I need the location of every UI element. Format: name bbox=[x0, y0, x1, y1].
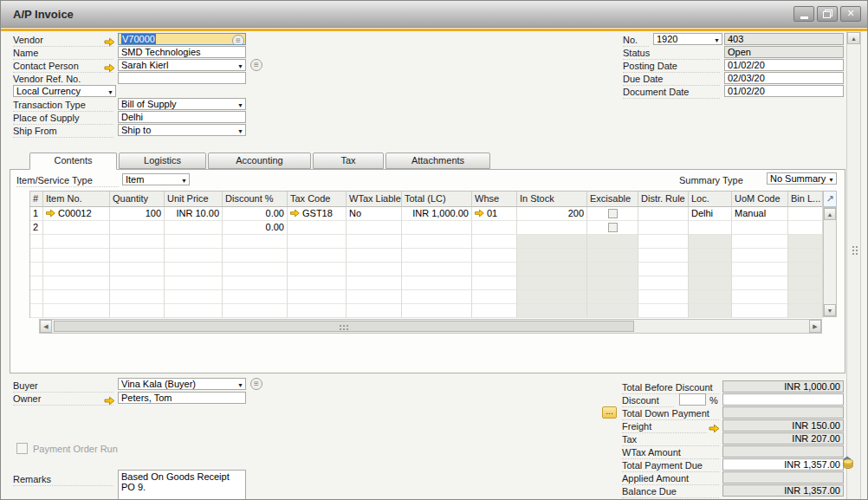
empty-cell[interactable] bbox=[638, 263, 689, 276]
empty-cell[interactable] bbox=[732, 304, 788, 318]
unit-price-cell[interactable] bbox=[165, 221, 223, 235]
empty-cell[interactable] bbox=[30, 249, 43, 263]
excisable-checkbox[interactable] bbox=[608, 223, 618, 232]
owner-field[interactable]: Peters, Tom bbox=[118, 392, 246, 404]
summary-type-dropdown[interactable]: No Summary ▼ bbox=[767, 172, 837, 185]
owner-link-arrow-icon[interactable] bbox=[104, 393, 115, 403]
empty-cell[interactable] bbox=[288, 290, 347, 304]
currency-dropdown[interactable]: Local Currency ▼ bbox=[13, 85, 116, 97]
item-service-type-dropdown[interactable]: Item ▼ bbox=[122, 173, 190, 185]
empty-cell[interactable] bbox=[402, 276, 472, 290]
col-header-quantity[interactable]: Quantity bbox=[110, 192, 165, 207]
empty-cell[interactable] bbox=[347, 263, 402, 276]
empty-cell[interactable] bbox=[165, 304, 223, 318]
empty-cell[interactable] bbox=[732, 290, 788, 304]
empty-cell[interactable] bbox=[288, 304, 347, 318]
excisable-cell[interactable] bbox=[587, 207, 638, 221]
tax-code-cell[interactable]: GST18 bbox=[288, 207, 347, 221]
empty-cell[interactable] bbox=[43, 304, 110, 318]
empty-cell[interactable] bbox=[223, 263, 288, 276]
empty-cell[interactable] bbox=[472, 304, 517, 318]
scrollbar-thumb[interactable] bbox=[54, 321, 634, 332]
row-num-cell[interactable]: 1 bbox=[30, 207, 43, 221]
total-payment-due-field[interactable]: INR 1,357.00 bbox=[722, 458, 844, 471]
posting-date-field[interactable]: 01/02/20 bbox=[724, 59, 844, 71]
empty-cell[interactable] bbox=[288, 263, 347, 276]
restore-button[interactable] bbox=[817, 6, 838, 22]
empty-cell[interactable] bbox=[110, 263, 165, 276]
buyer-choose-from-list-icon[interactable]: ≡ bbox=[250, 378, 262, 390]
empty-cell[interactable] bbox=[165, 276, 223, 290]
scroll-right-icon[interactable]: ▶ bbox=[809, 320, 821, 333]
transaction-type-dropdown[interactable]: Bill of Supply ▼ bbox=[118, 98, 246, 110]
empty-cell[interactable] bbox=[223, 235, 288, 249]
empty-cell[interactable] bbox=[472, 263, 517, 276]
empty-cell[interactable] bbox=[288, 235, 347, 249]
empty-cell[interactable] bbox=[638, 235, 689, 249]
empty-cell[interactable] bbox=[223, 290, 288, 304]
excisable-cell[interactable] bbox=[587, 221, 638, 235]
document-date-field[interactable]: 01/02/20 bbox=[724, 85, 844, 97]
empty-cell[interactable] bbox=[347, 276, 402, 290]
col-header-tax-code[interactable]: Tax Code bbox=[288, 192, 347, 207]
empty-cell[interactable] bbox=[223, 304, 288, 318]
contact-person-dropdown[interactable]: Sarah Kierl ▼ bbox=[118, 59, 246, 71]
empty-cell[interactable] bbox=[472, 249, 517, 263]
empty-cell[interactable] bbox=[43, 290, 110, 304]
empty-cell[interactable] bbox=[402, 249, 472, 263]
payment-means-coins-icon[interactable] bbox=[842, 456, 858, 473]
whse-cell[interactable]: 01 bbox=[472, 207, 517, 221]
empty-cell[interactable] bbox=[223, 276, 288, 290]
table-expand-button[interactable]: ↗ bbox=[823, 191, 837, 207]
scroll-up-icon[interactable]: ▲ bbox=[847, 32, 860, 44]
scroll-down-icon[interactable]: ▼ bbox=[824, 304, 836, 316]
discount-percent-field[interactable] bbox=[679, 393, 706, 406]
empty-cell[interactable] bbox=[402, 304, 472, 318]
whse-link-arrow-icon[interactable] bbox=[475, 208, 484, 221]
window-scrollbar[interactable]: ▲ bbox=[846, 31, 861, 499]
buyer-dropdown[interactable]: Vina Kala (Buyer) ▼ bbox=[118, 378, 246, 390]
excisable-checkbox[interactable] bbox=[608, 209, 618, 218]
tab-attachments[interactable]: Attachments bbox=[385, 153, 490, 169]
ship-from-dropdown[interactable]: Ship to ▼ bbox=[118, 124, 246, 136]
place-of-supply-field[interactable]: Delhi bbox=[118, 111, 246, 123]
payment-order-run-checkbox[interactable] bbox=[16, 443, 28, 454]
empty-cell[interactable] bbox=[402, 235, 472, 249]
empty-cell[interactable] bbox=[165, 263, 223, 276]
uom-code-cell[interactable] bbox=[732, 221, 788, 235]
vendor-link-arrow-icon[interactable] bbox=[104, 35, 115, 44]
col-header-wtax-liable[interactable]: WTax Liable bbox=[347, 192, 402, 207]
tax-code-link-arrow-icon[interactable] bbox=[290, 208, 300, 221]
total-lc-cell[interactable] bbox=[402, 221, 472, 235]
contact-link-arrow-icon[interactable] bbox=[104, 61, 115, 70]
empty-cell[interactable] bbox=[288, 276, 347, 290]
wtax-liable-cell[interactable] bbox=[347, 221, 402, 235]
col-header-excisable[interactable]: Excisable bbox=[587, 192, 638, 207]
scroll-up-icon[interactable]: ▲ bbox=[824, 208, 836, 220]
tab-accounting[interactable]: Accounting bbox=[208, 153, 311, 169]
col-header-uom-code[interactable]: UoM Code bbox=[732, 192, 788, 207]
empty-cell[interactable] bbox=[30, 276, 43, 290]
empty-cell[interactable] bbox=[110, 304, 165, 318]
col-header-in-stock[interactable]: In Stock bbox=[517, 192, 587, 207]
empty-cell[interactable] bbox=[402, 263, 472, 276]
empty-cell[interactable] bbox=[472, 290, 517, 304]
empty-cell[interactable] bbox=[402, 290, 472, 304]
discount-amount-field[interactable] bbox=[722, 393, 844, 406]
empty-cell[interactable] bbox=[347, 249, 402, 263]
empty-cell[interactable] bbox=[347, 290, 402, 304]
remarks-textarea[interactable]: Based On Goods Receipt PO 9. bbox=[118, 470, 246, 500]
name-field[interactable]: SMD Technologies bbox=[118, 46, 246, 58]
vendor-ref-field[interactable] bbox=[118, 72, 246, 84]
empty-cell[interactable] bbox=[110, 249, 165, 263]
whse-cell[interactable] bbox=[472, 221, 517, 235]
wtax-liable-cell[interactable]: No bbox=[347, 207, 402, 221]
empty-cell[interactable] bbox=[165, 235, 223, 249]
table-horizontal-scrollbar[interactable]: ◀ ▶ bbox=[39, 319, 822, 334]
doc-series-dropdown[interactable]: 1920 ▼ bbox=[653, 33, 722, 45]
col-header-whse[interactable]: Whse bbox=[472, 192, 517, 207]
empty-cell[interactable] bbox=[732, 249, 788, 263]
empty-cell[interactable] bbox=[43, 276, 110, 290]
empty-cell[interactable] bbox=[223, 249, 288, 263]
uom-code-cell[interactable]: Manual bbox=[732, 207, 788, 221]
